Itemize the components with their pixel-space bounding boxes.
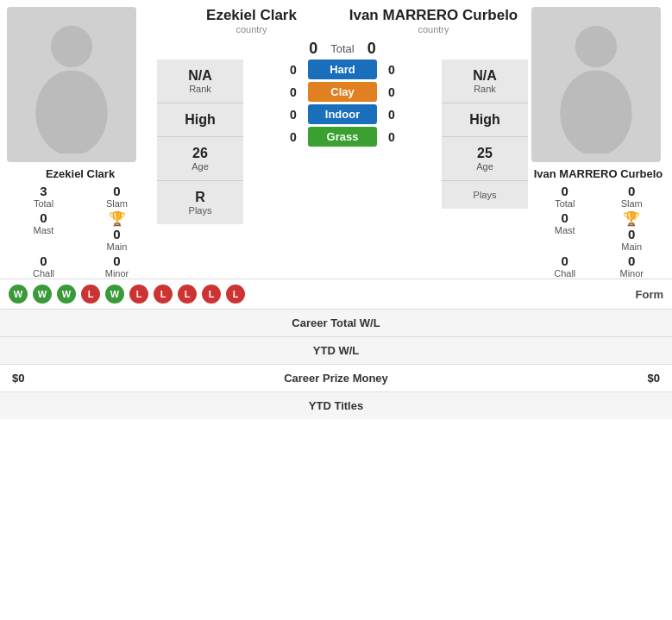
form-label: Form [636, 288, 664, 301]
right-player-name: Ivan MARRERO Curbelo [531, 167, 665, 180]
form-badge-8: L [202, 285, 221, 304]
middle-section: Ezekiel Clark country Ivan MARRERO Curbe… [157, 7, 528, 279]
form-section: W W W L W L L L L L Form [0, 279, 672, 309]
right-avatar [531, 7, 661, 162]
left-trophy-icon: 🏆 [109, 210, 126, 227]
form-badge-3: L [81, 285, 100, 304]
left-age-cell: 26 Age [157, 137, 243, 181]
left-stat-minor: 0 Minor [85, 254, 149, 279]
right-rank-cell: N/A Rank [442, 59, 528, 103]
right-stat-chall: 0 Chall [536, 254, 594, 279]
comparison-row: N/A Rank High 26 Age R Plays [157, 59, 528, 224]
right-stat-panel: N/A Rank High 25 Age Plays [442, 59, 528, 209]
left-prize: $0 [12, 372, 24, 385]
svg-point-2 [575, 26, 617, 67]
left-stat-chall: 0 Chall [11, 254, 76, 279]
right-stat-minor: 0 Minor [603, 254, 662, 279]
right-stat-total: 0 Total [536, 184, 594, 209]
form-badge-1: W [33, 285, 52, 304]
surface-grass-btn[interactable]: Grass [308, 127, 377, 147]
left-name-top: Ezekiel Clark country [160, 7, 342, 34]
ytd-wl-row: YTD W/L [0, 336, 672, 364]
surface-indoor-btn[interactable]: Indoor [308, 104, 377, 124]
main-container: Ezekiel Clark 3 Total 0 Slam 0 Mast 🏆 0 [0, 0, 672, 419]
form-badge-4: W [105, 285, 124, 304]
right-player-section: Ivan MARRERO Curbelo 0 Total 0 Slam 0 Ma… [531, 7, 665, 279]
left-high-cell: High [157, 103, 243, 137]
right-name-top: Ivan MARRERO Curbelo country [342, 7, 524, 34]
ytd-titles-row: YTD Titles [0, 391, 672, 419]
left-player-name: Ezekiel Clark [7, 167, 154, 180]
surfaces-col: 0 Hard 0 0 Clay 0 0 Indoor 0 [247, 59, 438, 147]
right-prize: $0 [648, 372, 660, 385]
left-rank-cell: N/A Rank [157, 59, 243, 103]
left-stat-total: 3 Total [11, 184, 76, 209]
left-stat-mast: 0 Mast [11, 210, 76, 252]
form-badge-0: W [9, 285, 28, 304]
career-total-row: Career Total W/L [0, 309, 672, 336]
form-badge-2: W [57, 285, 76, 304]
surface-grass-row: 0 Grass 0 [286, 127, 399, 147]
right-stats-grid: 0 Total 0 Slam 0 Mast 🏆 0 Main 0 [531, 184, 665, 279]
left-plays-cell: R Plays [157, 181, 243, 224]
right-trophy-icon: 🏆 [623, 210, 640, 227]
surface-clay-btn[interactable]: Clay [308, 82, 377, 102]
left-stat-panel: N/A Rank High 26 Age R Plays [157, 59, 243, 224]
surface-indoor-row: 0 Indoor 0 [286, 104, 399, 124]
score-row: 0 Total 0 [157, 40, 528, 58]
form-badge-6: L [154, 285, 173, 304]
right-stat-mast: 0 Mast [536, 210, 594, 252]
career-prize-row: $0 Career Prize Money $0 [0, 364, 672, 391]
left-avatar [7, 7, 136, 162]
surface-hard-row: 0 Hard 0 [286, 59, 399, 79]
form-badge-5: L [129, 285, 148, 304]
svg-point-0 [51, 26, 92, 67]
form-badge-7: L [178, 285, 197, 304]
right-stat-main: 🏆 0 Main [603, 210, 662, 252]
left-player-section: Ezekiel Clark 3 Total 0 Slam 0 Mast 🏆 0 [7, 7, 154, 279]
svg-point-3 [560, 71, 632, 154]
form-badge-9: L [226, 285, 245, 304]
left-stat-slam: 0 Slam [85, 184, 149, 209]
left-stat-main: 🏆 0 Main [85, 210, 149, 252]
right-high-cell: High [442, 103, 528, 137]
surface-hard-btn[interactable]: Hard [308, 59, 377, 79]
surface-clay-row: 0 Clay 0 [286, 82, 399, 102]
right-plays-cell: Plays [442, 181, 528, 209]
top-section: Ezekiel Clark 3 Total 0 Slam 0 Mast 🏆 0 [0, 0, 672, 279]
left-stats-grid: 3 Total 0 Slam 0 Mast 🏆 0 Main 0 [7, 184, 154, 279]
right-age-cell: 25 Age [442, 137, 528, 181]
right-stat-slam: 0 Slam [603, 184, 662, 209]
svg-point-1 [35, 71, 108, 154]
